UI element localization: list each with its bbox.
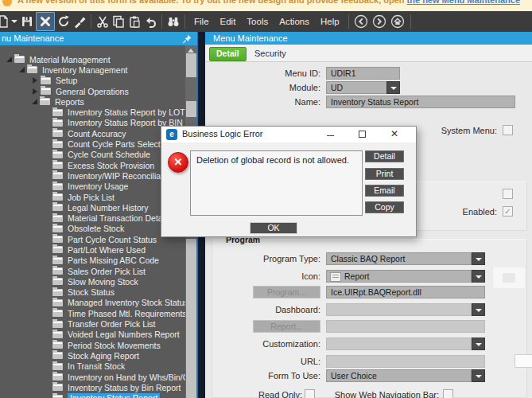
menu-tools[interactable]: Tools	[241, 17, 274, 26]
maximize-icon[interactable]	[359, 131, 366, 138]
new-icon[interactable]	[0, 14, 11, 29]
tree-item[interactable]: Sales Order Pick List	[0, 266, 197, 276]
enabled-checkbox[interactable]	[503, 206, 513, 217]
tree-item[interactable]: General Operations	[0, 86, 197, 96]
tree-item[interactable]: Inventory Status Report by LOT	[0, 107, 197, 117]
tree-item[interactable]: Slow Moving Stock	[0, 276, 197, 287]
tree-item[interactable]: Transfer Order Pick List	[0, 318, 197, 329]
tree-item[interactable]: Stock Status	[0, 287, 197, 298]
tree-item[interactable]: In Transit Stock	[0, 361, 197, 372]
scroll-up-icon[interactable]	[188, 49, 194, 53]
tree-item[interactable]: Stock Aging Report	[0, 350, 197, 361]
unlabeled-checkbox[interactable]	[503, 189, 513, 199]
paste-icon[interactable]	[126, 14, 142, 29]
tree-item[interactable]: Setup	[0, 76, 197, 86]
name-field[interactable]: Inventory Status Report	[326, 96, 515, 108]
scrollbar-thumb[interactable]	[186, 239, 196, 398]
report-button[interactable]: Report...	[253, 320, 320, 333]
minimize-icon[interactable]	[327, 135, 334, 136]
dashboard-select[interactable]	[326, 303, 472, 316]
menu-id-field[interactable]: UDIR1	[326, 67, 400, 80]
menu-edit[interactable]: Edit	[215, 17, 242, 26]
forward-icon[interactable]	[372, 14, 387, 29]
tree-item-label: Setup	[56, 76, 77, 85]
dialog-title-bar[interactable]: e Business Logic Error ✕	[161, 127, 416, 142]
url-side-field[interactable]	[515, 354, 532, 368]
tree-item[interactable]: Time Phased Mtl. Requirements	[0, 308, 197, 318]
show-web-navigation-bar-label: Show Web Navigation Bar:	[309, 390, 439, 398]
program-field[interactable]: Ice.UIRpt.BAQReport.dll	[326, 286, 485, 298]
copy-button[interactable]: Copy	[365, 201, 404, 213]
back-icon[interactable]	[354, 14, 369, 29]
tree-item-label: Inventory Status Report	[68, 393, 160, 398]
program-type-dropdown-icon[interactable]	[472, 252, 485, 265]
tree-collapse-icon[interactable]	[19, 67, 25, 72]
dashboard-label: Dashboard:	[205, 305, 320, 314]
toolbar-separator	[184, 14, 185, 29]
tree-item[interactable]: Inventory Status by Bin Report	[0, 382, 197, 392]
tab-detail[interactable]: Detail	[209, 47, 247, 61]
scrollbar-thumb[interactable]	[186, 101, 196, 117]
email-button[interactable]: Email	[365, 185, 404, 197]
save-icon[interactable]	[19, 14, 35, 29]
new-dropdown-caret-icon[interactable]	[11, 20, 17, 23]
tree-expand-icon[interactable]	[33, 88, 37, 95]
pin-icon[interactable]	[182, 33, 192, 44]
tree-collapse-icon[interactable]	[6, 57, 12, 62]
refresh-icon[interactable]	[56, 14, 72, 29]
dashboard-dropdown-icon[interactable]	[472, 303, 485, 316]
tree-item-label: Material Transaction Deta	[68, 213, 163, 223]
folder-icon	[52, 225, 63, 232]
detail-button[interactable]: Detail	[365, 150, 404, 162]
home-icon[interactable]	[390, 14, 406, 29]
tree-item[interactable]: Managed Inventory Stock Status	[0, 298, 197, 308]
new-menu-maintenance-link[interactable]: the new Menu Maintenance	[407, 0, 520, 5]
tree-item[interactable]: Parts Missing ABC Code	[0, 256, 197, 266]
program-type-select[interactable]: Classic BAQ Report	[326, 252, 472, 265]
tree-item[interactable]: Inventory on Hand by Whs/Bin/Cl	[0, 372, 197, 382]
tree-item[interactable]: Reports	[0, 96, 197, 107]
info-icon	[2, 0, 12, 6]
delete-icon[interactable]	[36, 12, 55, 31]
customization-dropdown-icon[interactable]	[472, 338, 485, 350]
tab-strip: Detail Security	[205, 45, 532, 62]
customization-select[interactable]	[326, 338, 472, 350]
name-label: Name:	[205, 97, 320, 107]
folder-icon	[52, 278, 63, 285]
menu-file[interactable]: File	[188, 17, 215, 26]
icon-select[interactable]: Report	[326, 270, 472, 283]
form-to-use-dropdown-icon[interactable]	[472, 369, 485, 382]
search-icon[interactable]	[165, 14, 181, 29]
copy-icon[interactable]	[111, 14, 126, 29]
tree-item[interactable]: Inventory Status Report	[0, 393, 197, 398]
module-dropdown-icon[interactable]	[386, 81, 400, 94]
scrollbar-thumb[interactable]	[186, 53, 196, 77]
form-to-use-select[interactable]: User Choice	[326, 369, 472, 382]
ok-button[interactable]: OK	[250, 222, 297, 234]
toolbar-separator	[161, 14, 162, 29]
tree-item[interactable]: Material Management	[0, 54, 197, 64]
cut-icon[interactable]	[95, 14, 111, 29]
read-only-label: Read Only:	[221, 390, 302, 398]
tree-item[interactable]: Inventory Management	[0, 64, 197, 75]
tree-expand-icon[interactable]	[33, 77, 37, 84]
tab-security[interactable]: Security	[254, 49, 286, 58]
url-field[interactable]	[326, 355, 485, 368]
report-field[interactable]	[326, 320, 485, 333]
close-icon[interactable]: ✕	[389, 128, 400, 139]
undo-icon[interactable]	[142, 14, 158, 29]
system-menu-checkbox[interactable]	[503, 125, 513, 135]
tree-item[interactable]: Period Stock Movements	[0, 340, 197, 350]
tree-item[interactable]: Voided Legal Numbers Report	[0, 330, 197, 340]
form-to-use-label: Form To Use:	[205, 371, 320, 380]
program-button[interactable]: Program...	[253, 286, 320, 298]
tree-item[interactable]: Part/Lot Where Used	[0, 244, 197, 255]
clear-icon[interactable]	[72, 14, 87, 29]
icon-dropdown-icon[interactable]	[472, 270, 485, 283]
show-web-navigation-bar-checkbox[interactable]	[443, 389, 453, 398]
menu-actions[interactable]: Actions	[274, 17, 315, 26]
print-button[interactable]: Print	[365, 168, 404, 180]
menu-help[interactable]: Help	[315, 17, 345, 26]
folder-icon	[52, 119, 63, 127]
tree-collapse-icon[interactable]	[32, 99, 37, 104]
